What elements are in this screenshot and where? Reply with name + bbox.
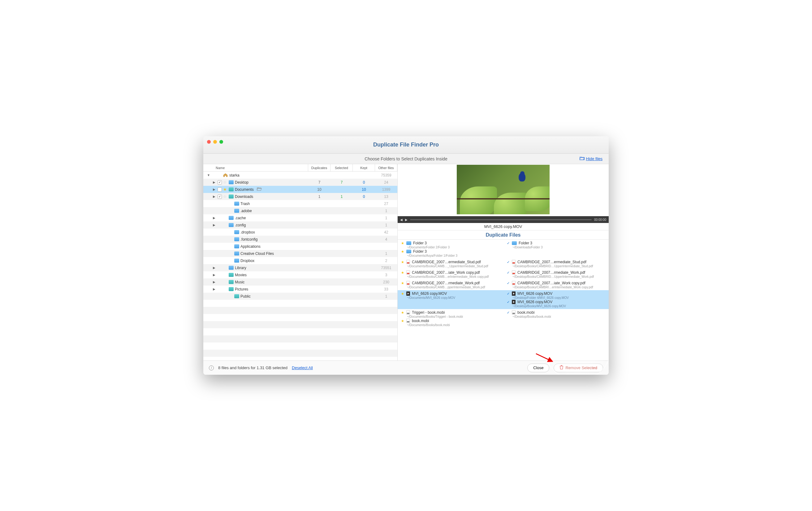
prev-button[interactable]: ◀ xyxy=(400,218,403,221)
duplicate-item[interactable]: ✓CAMBRIDGE_2007…rmediate_Work.pdf xyxy=(506,270,606,275)
duplicate-files-list[interactable]: ★Folder 3~/Documents/Folder 2/Folder 3★F… xyxy=(398,240,609,360)
col-other[interactable]: Other files xyxy=(375,164,397,171)
folder-tree[interactable]: ▼starka75359▶✓☆Desktop77024▶★Documents10… xyxy=(203,171,397,360)
hide-files-link[interactable]: Hide files xyxy=(580,156,603,161)
disclosure-icon[interactable]: ▶ xyxy=(212,266,216,269)
check-icon[interactable]: ✓ xyxy=(506,281,510,285)
selection-status: 8 files and folders for 1.31 GB selected xyxy=(218,366,288,370)
col-kept[interactable]: Kept xyxy=(353,164,375,171)
disclosure-icon[interactable]: ▶ xyxy=(212,181,216,184)
star-icon[interactable]: ★ xyxy=(223,187,227,192)
check-icon[interactable]: ✓ xyxy=(506,311,510,315)
cell-other: 13 xyxy=(375,194,397,199)
duplicate-group[interactable]: ★Triggeri - book.mobi~/Documents/Books/T… xyxy=(398,309,609,328)
duplicate-item[interactable]: ★book.mobi xyxy=(401,319,500,323)
file-name: CAMBRIDGE_2007…iate_Work copy.pdf xyxy=(517,281,585,285)
col-name[interactable]: Name xyxy=(203,164,308,171)
duplicate-item[interactable]: ★CAMBRIDGE_2007…iate_Work copy.pdf xyxy=(401,270,500,275)
tree-row[interactable]: ▶Music230 xyxy=(203,278,397,286)
duplicate-item[interactable]: ✓CAMBRIDGE_2007…ermediate_Stud.pdf xyxy=(506,260,606,264)
tree-row[interactable]: Public1 xyxy=(203,293,397,300)
star-icon[interactable]: ★ xyxy=(401,292,404,296)
check-icon[interactable]: ✓ xyxy=(506,260,510,264)
check-icon[interactable]: ✓ xyxy=(506,292,510,296)
duplicate-item[interactable]: ✓MVI_6626 copy.MOV xyxy=(506,300,606,304)
close-window-button[interactable] xyxy=(207,140,211,144)
tree-row[interactable]: ▶★Documents10101399 xyxy=(203,186,397,193)
duplicate-item[interactable]: ★CAMBRIDGE_2007…ermediate_Stud.pdf xyxy=(401,260,500,264)
col-duplicates[interactable]: Duplicates xyxy=(308,164,330,171)
disclosure-icon[interactable]: ▶ xyxy=(212,280,216,284)
star-icon[interactable]: ★ xyxy=(401,311,404,315)
zoom-window-button[interactable] xyxy=(220,140,223,144)
star-icon[interactable]: ★ xyxy=(401,250,404,253)
playback-track[interactable] xyxy=(410,219,592,220)
detail-pane: ◀ ▶ 00:00:00 MVI_6626 copy.MOV Duplicate… xyxy=(398,164,609,360)
file-path: ~/Downloads/Folder 3 xyxy=(506,245,606,249)
cell-other: 75359 xyxy=(375,173,397,178)
checkbox[interactable] xyxy=(218,187,222,192)
tree-row[interactable]: .fontconfig4 xyxy=(203,236,397,243)
disclosure-icon[interactable]: ▶ xyxy=(212,223,216,227)
open-folder-icon[interactable] xyxy=(257,187,262,192)
duplicate-group[interactable]: ★Folder 3~/Documents/Folder 2/Folder 3★F… xyxy=(398,240,609,259)
checkbox[interactable]: ✓ xyxy=(218,180,222,185)
deselect-all-link[interactable]: Deselect All xyxy=(292,366,313,370)
duplicate-group[interactable]: ★CAMBRIDGE_2007…ermediate_Stud.pdf~/Docu… xyxy=(398,259,609,269)
disclosure-icon[interactable]: ▶ xyxy=(212,288,216,291)
disclosure-icon[interactable]: ▶ xyxy=(212,188,216,191)
file-name: book.mobi xyxy=(517,310,534,315)
tree-row[interactable]: .dropbox42 xyxy=(203,228,397,236)
tree-row[interactable]: .adobe1 xyxy=(203,207,397,214)
tree-row[interactable]: ▶.config1 xyxy=(203,221,397,228)
tree-row[interactable]: Creative Cloud Files1 xyxy=(203,250,397,257)
duplicate-item[interactable]: ★CAMBRIDGE_2007…rmediate_Work.pdf xyxy=(401,281,500,285)
file-path: ~/Documents/Asya/Folder 1/Folder 3 xyxy=(401,253,500,258)
duplicate-item[interactable]: ✓CAMBRIDGE_2007…iate_Work copy.pdf xyxy=(506,281,606,285)
check-icon[interactable]: ✓ xyxy=(506,241,510,245)
star-icon[interactable]: ☆ xyxy=(223,180,227,185)
tree-row[interactable]: ▶Library73551 xyxy=(203,264,397,271)
tree-row[interactable]: Trash27 xyxy=(203,200,397,207)
checkbox[interactable]: ✓ xyxy=(218,194,222,199)
duplicate-item[interactable]: ★Folder 3 xyxy=(401,241,500,245)
close-button[interactable]: Close xyxy=(527,364,549,372)
minimize-window-button[interactable] xyxy=(213,140,217,144)
star-icon[interactable]: ★ xyxy=(401,281,404,285)
duplicate-item[interactable]: ✓book.mobi xyxy=(506,310,606,315)
star-icon[interactable]: ★ xyxy=(401,319,404,323)
tree-row[interactable]: ▶Movies3 xyxy=(203,271,397,278)
folder-name: Creative Cloud Files xyxy=(240,251,274,256)
star-icon[interactable]: ★ xyxy=(401,241,404,245)
disclosure-icon[interactable]: ▶ xyxy=(212,195,216,198)
tree-row[interactable]: ▶.cache1 xyxy=(203,214,397,221)
tree-row[interactable]: Applications xyxy=(203,243,397,250)
star-icon[interactable]: ★ xyxy=(401,260,404,264)
disclosure-icon[interactable]: ▶ xyxy=(212,216,216,220)
tree-row[interactable]: ▶✓☆Desktop77024 xyxy=(203,179,397,186)
tree-row[interactable]: ▶✓☆Downloads11013 xyxy=(203,193,397,200)
tree-row[interactable]: ▼starka75359 xyxy=(203,171,397,179)
cell-other: 42 xyxy=(375,230,397,235)
check-icon[interactable]: ✓ xyxy=(506,271,510,275)
tree-row[interactable]: ▶Pictures33 xyxy=(203,286,397,293)
folder-icon xyxy=(234,209,239,213)
check-icon[interactable]: ✓ xyxy=(506,300,510,304)
duplicate-item[interactable]: ★Folder 3 xyxy=(401,249,500,253)
col-selected[interactable]: Selected xyxy=(330,164,353,171)
star-icon[interactable]: ☆ xyxy=(223,194,227,199)
duplicate-item[interactable]: ★Triggeri - book.mobi xyxy=(401,310,500,315)
duplicate-group[interactable]: ★CAMBRIDGE_2007…iate_Work copy.pdf~/Docu… xyxy=(398,269,609,280)
disclosure-icon[interactable]: ▼ xyxy=(206,173,211,177)
disclosure-icon[interactable]: ▶ xyxy=(212,273,216,276)
duplicate-group[interactable]: ★MVI_6626 copy.MOV~/Documents/MVI_6626 c… xyxy=(398,290,609,309)
duplicate-group[interactable]: ★CAMBRIDGE_2007…rmediate_Work.pdf~/Docum… xyxy=(398,280,609,290)
tree-row[interactable]: Dropbox2 xyxy=(203,257,397,264)
star-icon[interactable]: ★ xyxy=(401,271,404,275)
duplicate-item[interactable]: ✓MVI_6626 copy.MOV xyxy=(506,291,606,296)
remove-selected-button[interactable]: Remove Selected xyxy=(554,364,603,372)
duplicate-item[interactable]: ★MVI_6626 copy.MOV xyxy=(401,291,500,296)
folder-name: .fontconfig xyxy=(240,237,258,242)
play-button[interactable]: ▶ xyxy=(405,218,408,221)
duplicate-item[interactable]: ✓Folder 3 xyxy=(506,241,606,245)
